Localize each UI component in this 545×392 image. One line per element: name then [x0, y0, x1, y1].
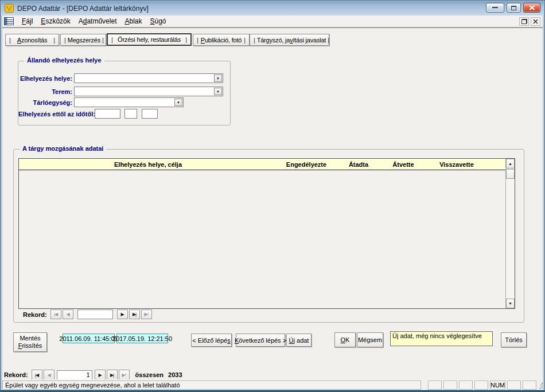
menu-item[interactable]: Ablak: [120, 16, 146, 26]
new-record-button[interactable]: ▶*: [119, 370, 130, 380]
storage-unit-combobox[interactable]: ▼: [74, 97, 184, 107]
modified-timestamp: 2017.05.19. 12:21:50: [116, 334, 168, 343]
statusbar-panel: [443, 381, 457, 390]
next-record-button[interactable]: ▶: [95, 370, 106, 380]
column-header: Engedélyezte: [277, 159, 336, 170]
last-record-button[interactable]: ▶|: [107, 370, 118, 380]
placement-date-month-field[interactable]: [124, 109, 137, 119]
group-title: A tárgy mozgásának adatai: [20, 145, 106, 152]
tab[interactable]: | Tárgyszó, javítási javaslat |: [250, 34, 329, 46]
close-button[interactable]: [523, 3, 540, 13]
created-timestamp: 2011.06.09. 11:45:07: [63, 334, 115, 343]
menu: Fájl Eszközök Adatművelet Ablak Súgó: [18, 15, 170, 27]
minimize-button[interactable]: [486, 3, 504, 13]
total-label: összesen: [135, 371, 164, 378]
statusbar-panel: [428, 381, 442, 390]
tab[interactable]: | Őrzési hely, restaurálás |: [107, 33, 192, 46]
column-header: Elhelyezés helye, célja: [19, 159, 277, 170]
placement-date-label: Elhelyezés ettől az időtől:: [18, 111, 93, 117]
refresh-label: Frissítés: [18, 342, 42, 350]
statusbar-panel: [523, 381, 536, 390]
previous-record-button[interactable]: ◀: [63, 309, 73, 319]
close-icon: [533, 19, 538, 24]
resize-grip[interactable]: [538, 382, 543, 389]
mdi-window-controls: [519, 17, 541, 26]
close-icon: [529, 5, 535, 10]
menu-item[interactable]: Adatművelet: [75, 16, 121, 26]
scroll-down-icon: ▼: [508, 301, 512, 305]
new-record-button[interactable]: ▶*: [141, 309, 152, 319]
record-number-input[interactable]: [77, 309, 113, 319]
window-title: DEPO Adattár - [DEPO Adattár leltárkönyv…: [17, 5, 149, 13]
room-input[interactable]: [75, 87, 213, 96]
previous-step-button[interactable]: < Előző lépés: [191, 334, 232, 347]
column-header: Átvette: [382, 159, 425, 170]
cancel-button[interactable]: Mégsem: [357, 332, 383, 347]
form-area: | Azonosítás | | Megszerzés | | Őrzési h…: [2, 28, 543, 379]
delete-button[interactable]: Törlés: [501, 332, 527, 347]
titlebar[interactable]: DEPO Adattár - [DEPO Adattár leltárkönyv…: [1, 1, 544, 15]
scroll-up-button[interactable]: ▲: [506, 159, 515, 168]
statusbar: Épület vagy egyéb egység megnevezése, ah…: [2, 379, 543, 390]
next-step-button[interactable]: Következő lépés >: [236, 334, 285, 347]
next-record-button[interactable]: ▶: [117, 309, 128, 319]
placement-date-day-field[interactable]: [142, 109, 158, 119]
save-label: Mentés: [20, 335, 40, 342]
first-record-button[interactable]: |◀: [50, 309, 61, 319]
location-label: Elhelyezés helye:: [18, 75, 72, 82]
menu-item[interactable]: Súgó: [146, 16, 170, 26]
table-body[interactable]: [19, 171, 505, 308]
chevron-down-icon[interactable]: ▼: [174, 99, 182, 106]
scroll-up-icon: ▲: [508, 162, 512, 166]
record-label: Rekord:: [4, 371, 28, 378]
statusbar-message: Épület vagy egyéb egység megnevezése, ah…: [2, 381, 421, 390]
location-input[interactable]: [75, 74, 213, 83]
vertical-scrollbar[interactable]: ▲ ▼: [505, 159, 515, 308]
maximize-icon: [511, 6, 516, 10]
app-window: DEPO Adattár - [DEPO Adattár leltárkönyv…: [0, 0, 545, 392]
main-record-navigator: Rekord: |◀ ◀ ▶ ▶| ▶* összesen 2033: [4, 370, 182, 380]
statusbar-panel: [459, 381, 473, 390]
window-controls: [486, 1, 540, 15]
table-header-row: Elhelyezés helye, célja Engedélyezte Áta…: [19, 159, 505, 170]
record-label: Rekord:: [23, 311, 47, 318]
document-icon[interactable]: [4, 17, 14, 25]
column-header: Visszavette: [425, 159, 488, 170]
object-movement-group: A tárgy mozgásának adatai Elhelyezés hel…: [13, 149, 524, 323]
group-title: Állandó elhelyezés helye: [24, 57, 104, 64]
scroll-down-button[interactable]: ▼: [506, 299, 515, 308]
storage-unit-label: Tárlóegység:: [18, 99, 72, 106]
storage-unit-input[interactable]: [75, 98, 174, 107]
num-lock-indicator: NUM: [490, 381, 505, 390]
first-record-button[interactable]: |◀: [32, 370, 42, 380]
room-combobox[interactable]: ▼: [74, 87, 223, 96]
menu-item[interactable]: Fájl: [18, 16, 37, 26]
tab[interactable]: | Azonosítás |: [5, 34, 59, 46]
restore-icon: [521, 19, 527, 24]
placement-date-year-field[interactable]: [95, 109, 120, 119]
location-combobox[interactable]: ▼: [74, 73, 223, 83]
statusbar-panel: [474, 381, 488, 390]
menu-item[interactable]: Eszközök: [37, 16, 74, 26]
status-message-box: Új adat, még nincs véglegesítve: [390, 331, 493, 346]
column-header: Átadta: [336, 159, 382, 170]
tab[interactable]: | Publikáció, fotó |: [193, 34, 250, 46]
statusbar-panel: [507, 381, 521, 390]
chevron-down-icon[interactable]: ▼: [214, 88, 222, 95]
record-number-input[interactable]: [57, 370, 92, 380]
last-record-button[interactable]: ▶|: [129, 309, 140, 319]
minimize-icon: [492, 7, 498, 9]
mdi-close-button[interactable]: [531, 17, 540, 26]
permanent-placement-group: Állandó elhelyezés helye Elhelyezés hely…: [18, 61, 231, 126]
chevron-down-icon[interactable]: ▼: [214, 75, 222, 82]
table-record-navigator: Rekord: |◀ ◀ ▶ ▶| ▶*: [23, 309, 152, 319]
new-data-button[interactable]: Új adat: [286, 334, 312, 347]
app-icon: [5, 4, 14, 13]
ok-button[interactable]: OK: [334, 332, 356, 347]
mdi-restore-button[interactable]: [519, 17, 529, 26]
maximize-button[interactable]: [507, 3, 521, 13]
previous-record-button[interactable]: ◀: [44, 370, 54, 380]
tab[interactable]: | Megszerzés |: [60, 34, 106, 46]
scrollbar-thumb[interactable]: [506, 169, 515, 179]
save-refresh-button[interactable]: Mentés Frissítés: [13, 332, 47, 352]
